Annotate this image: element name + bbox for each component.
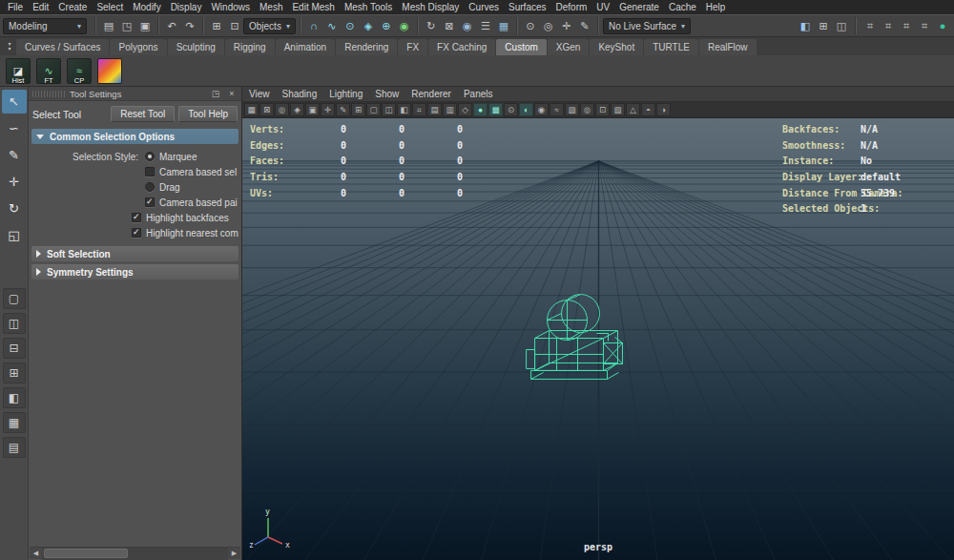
dock-icon[interactable]: ◳ (210, 89, 221, 98)
xray-joints-icon[interactable]: △ (626, 103, 640, 116)
shelf-tab[interactable]: Sculpting (168, 39, 224, 55)
shelf-item-hist[interactable]: ◪ Hist (6, 58, 31, 84)
layout-preset-icon[interactable]: ⌗ (861, 17, 879, 34)
menu-item[interactable]: Cache (664, 1, 701, 13)
menu-item[interactable]: Deform (551, 1, 592, 13)
multisample-icon[interactable]: ▨ (565, 103, 579, 116)
selection-mask-dropdown[interactable]: Objects ▾ (243, 18, 296, 34)
shelf-tab[interactable]: Rigging (225, 39, 275, 55)
single-pane-icon[interactable]: ▢ (3, 288, 26, 309)
wireframe-icon[interactable]: ◇ (458, 103, 472, 116)
safe-title-icon[interactable]: ▥ (443, 103, 457, 116)
single-pane-layout-icon[interactable]: ◧ (797, 17, 814, 34)
tool-help-button[interactable]: Tool Help (178, 106, 238, 122)
camera-based-selection-checkbox[interactable] (145, 167, 155, 176)
outliner-persp-icon[interactable]: ◧ (3, 387, 26, 408)
close-icon[interactable]: × (226, 89, 238, 98)
layout-preset-icon[interactable]: ⌗ (916, 17, 933, 34)
render-settings-icon[interactable]: ✛ (558, 17, 575, 34)
select-hierarchy-icon[interactable]: ⊞ (208, 17, 225, 34)
highlight-backfaces-checkbox[interactable] (132, 213, 141, 222)
field-chart-icon[interactable]: ⌗ (412, 103, 426, 116)
viewport-menu-item[interactable]: Renderer (411, 89, 451, 99)
undo-icon[interactable]: ↶ (163, 17, 180, 34)
input-line-icon[interactable]: ☰ (477, 17, 494, 34)
viewport-menu-item[interactable]: Lighting (329, 89, 363, 99)
highlight-nearest-checkbox[interactable] (132, 228, 141, 238)
snap-curve-icon[interactable]: ∿ (323, 17, 341, 34)
menu-item[interactable]: Mesh Display (397, 1, 464, 13)
menu-item[interactable]: Modify (128, 1, 165, 13)
image-plane-icon[interactable]: ▣ (305, 103, 320, 116)
motion-blur-icon[interactable]: ≈ (550, 103, 564, 116)
resolution-gate-icon[interactable]: ◫ (382, 103, 396, 116)
drag-handle[interactable] (32, 91, 65, 97)
camera-wireframe-object[interactable] (527, 295, 623, 380)
snap-point-icon[interactable]: ⊙ (342, 17, 359, 34)
layout-preset-icon[interactable]: ⌗ (880, 17, 897, 34)
gamma-icon[interactable]: ◑ (656, 103, 671, 116)
ipr-render-icon[interactable]: ◎ (540, 17, 557, 34)
camera-based-painting-checkbox[interactable] (145, 197, 155, 207)
paint-select-tool-icon[interactable]: ✎ (2, 143, 27, 167)
menuset-dropdown[interactable]: Modeling ▾ (3, 18, 87, 34)
menu-item[interactable]: Help (701, 1, 731, 13)
menu-item[interactable]: Create (53, 1, 92, 13)
marquee-radio[interactable] (145, 152, 155, 161)
grease-pencil-icon[interactable]: ✎ (336, 103, 350, 116)
grid-icon[interactable]: ⊞ (351, 103, 365, 116)
scroll-left-button[interactable]: ◀ (30, 548, 42, 560)
move-tool-icon[interactable]: ✛ (2, 170, 27, 194)
open-scene-icon[interactable]: ◳ (118, 17, 135, 34)
reset-tool-button[interactable]: Reset Tool (111, 106, 175, 122)
modeling-toolkit-icon[interactable]: ▦ (495, 17, 512, 34)
symmetry-settings-header[interactable]: Symmetry Settings (31, 264, 238, 280)
soft-selection-header[interactable]: Soft Selection (31, 246, 238, 261)
bookmark-icon[interactable]: ◈ (290, 103, 304, 116)
menu-item[interactable]: Select (92, 1, 128, 13)
depth-of-field-icon[interactable]: ◎ (580, 103, 594, 116)
shelf-item-cp[interactable]: ≈ CP (67, 58, 92, 84)
shelf-menu-icon[interactable]: ▾ ▾ (4, 42, 15, 52)
textured-icon[interactable]: ▩ (488, 103, 503, 116)
ambient-occlusion-icon[interactable]: ◉ (534, 103, 549, 116)
render-icon[interactable]: ⊙ (522, 17, 539, 34)
shelf-tab[interactable]: FX Caching (428, 39, 495, 55)
make-live-icon[interactable]: ◉ (396, 17, 413, 34)
shelf-item-plugin[interactable] (97, 58, 122, 84)
scrollbar-track[interactable] (42, 548, 228, 560)
shelf-tab[interactable]: Polygons (110, 39, 166, 55)
scale-tool-icon[interactable]: ◱ (2, 223, 27, 247)
viewport-menu-item[interactable]: Show (375, 89, 399, 99)
viewport-menu-item[interactable]: Panels (464, 89, 493, 99)
lights-icon[interactable]: ⊙ (504, 103, 518, 116)
shelf-tab[interactable]: RealFlow (699, 39, 757, 55)
custom-pane-icon[interactable]: ▤ (3, 437, 26, 458)
shelf-tab[interactable]: Rendering (336, 39, 397, 55)
menu-item[interactable]: UV (591, 1, 614, 13)
shelf-tab[interactable]: Animation (276, 39, 335, 55)
two-pane-side-icon[interactable]: ◫ (3, 313, 26, 334)
shelf-tab[interactable]: Curves / Surfaces (16, 39, 109, 55)
select-tool-icon[interactable]: ↖ (2, 90, 27, 114)
drag-radio[interactable] (145, 182, 155, 192)
menu-item[interactable]: Windows (206, 1, 255, 13)
lock-selection-icon[interactable]: ⊠ (441, 17, 458, 34)
shelf-tab[interactable]: KeyShot (590, 39, 643, 55)
paint-effects-icon[interactable]: ✎ (576, 17, 593, 34)
shelf-tab[interactable]: Custom (496, 39, 546, 55)
snap-view-plane-icon[interactable]: ⊕ (378, 17, 395, 34)
four-pane-icon[interactable]: ⊞ (3, 363, 26, 384)
scrollbar-thumb[interactable] (44, 549, 128, 558)
xgen-sphere-icon[interactable]: ● (934, 17, 951, 34)
common-selection-options-header[interactable]: Common Selection Options (31, 129, 238, 144)
safe-action-icon[interactable]: ▤ (427, 103, 442, 116)
xray-icon[interactable]: ▧ (611, 103, 625, 116)
rotate-tool-icon[interactable]: ↻ (2, 197, 27, 220)
construction-history-icon[interactable]: ↻ (423, 17, 440, 34)
save-scene-icon[interactable]: ▣ (136, 17, 154, 34)
redo-icon[interactable]: ↷ (181, 17, 198, 34)
menu-item[interactable]: Mesh Tools (340, 1, 397, 13)
lock-camera-icon[interactable]: ⊠ (259, 103, 274, 116)
multi-pane-icon[interactable]: ▦ (3, 412, 26, 433)
